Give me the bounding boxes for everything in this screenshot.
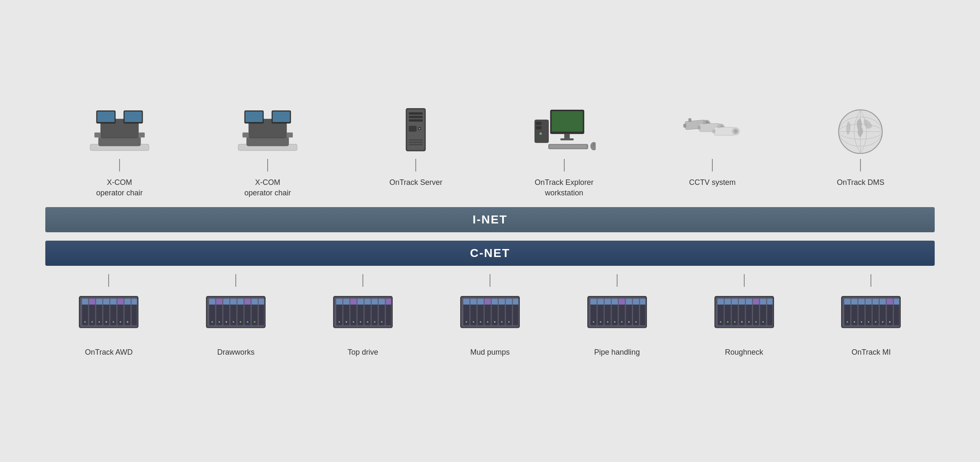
svg-rect-227 bbox=[887, 298, 893, 304]
diagram-container: X-COMoperator chair bbox=[29, 83, 951, 379]
cnet-label: C-NET bbox=[470, 247, 510, 260]
explorer-icon bbox=[531, 104, 598, 159]
svg-rect-73 bbox=[110, 298, 117, 304]
topdrive-label: Top drive bbox=[348, 347, 378, 358]
explorer-label: OnTrack Explorerworkstation bbox=[534, 177, 593, 198]
cnet-item-drawworks: Drawworks bbox=[174, 274, 298, 358]
svg-point-233 bbox=[868, 321, 870, 322]
svg-rect-154 bbox=[513, 298, 518, 304]
svg-rect-20 bbox=[409, 112, 423, 115]
svg-point-155 bbox=[466, 321, 467, 322]
svg-point-211 bbox=[762, 321, 764, 322]
cnet-item-topdrive: Top drive bbox=[301, 274, 425, 358]
cnet-item-mudpumps: Mud pumps bbox=[428, 274, 553, 358]
svg-rect-175 bbox=[626, 298, 632, 304]
svg-point-132 bbox=[353, 321, 354, 322]
svg-rect-142 bbox=[470, 298, 477, 304]
svg-point-53 bbox=[733, 129, 738, 134]
pipehandling-connector bbox=[617, 274, 618, 287]
svg-rect-23 bbox=[409, 126, 417, 132]
svg-point-184 bbox=[621, 321, 623, 322]
svg-point-180 bbox=[593, 321, 594, 322]
svg-rect-55 bbox=[718, 125, 721, 128]
svg-rect-119 bbox=[350, 298, 357, 304]
svg-rect-129 bbox=[386, 298, 391, 304]
svg-point-181 bbox=[600, 321, 602, 322]
pipehandling-icon bbox=[584, 287, 651, 341]
cctv-icon bbox=[679, 104, 746, 159]
svg-point-156 bbox=[473, 321, 474, 322]
svg-rect-31 bbox=[564, 134, 570, 138]
svg-rect-148 bbox=[492, 298, 498, 304]
svg-rect-192 bbox=[725, 298, 731, 304]
svg-rect-229 bbox=[894, 298, 899, 304]
svg-rect-26 bbox=[409, 140, 423, 141]
svg-point-39 bbox=[590, 143, 595, 151]
svg-point-110 bbox=[247, 321, 249, 322]
svg-rect-49 bbox=[698, 126, 701, 130]
svg-rect-22 bbox=[409, 119, 423, 122]
svg-rect-102 bbox=[252, 298, 258, 304]
svg-point-136 bbox=[381, 321, 383, 322]
svg-rect-127 bbox=[379, 298, 385, 304]
svg-rect-190 bbox=[717, 298, 724, 304]
svg-rect-150 bbox=[499, 298, 505, 304]
svg-rect-16 bbox=[242, 132, 249, 138]
svg-point-108 bbox=[233, 321, 235, 322]
svg-rect-167 bbox=[597, 298, 604, 304]
svg-rect-225 bbox=[880, 298, 886, 304]
svg-rect-171 bbox=[612, 298, 618, 304]
svg-rect-117 bbox=[343, 298, 349, 304]
svg-point-236 bbox=[889, 321, 891, 322]
svg-rect-125 bbox=[372, 298, 378, 304]
inet-item-explorer: OnTrack Explorerworkstation bbox=[502, 104, 626, 198]
svg-rect-32 bbox=[560, 138, 573, 140]
dms-icon bbox=[827, 104, 894, 159]
svg-point-109 bbox=[240, 321, 242, 322]
svg-point-80 bbox=[84, 321, 86, 322]
cctv-label: CCTV system bbox=[689, 177, 735, 188]
xcom1-connector bbox=[119, 159, 120, 171]
svg-rect-173 bbox=[619, 298, 625, 304]
svg-rect-223 bbox=[873, 298, 879, 304]
awd-icon bbox=[75, 287, 142, 341]
pipehandling-label: Pipe handling bbox=[594, 347, 640, 358]
dms-label: OnTrack DMS bbox=[837, 177, 884, 188]
server-connector bbox=[415, 159, 416, 171]
svg-rect-28 bbox=[409, 144, 423, 145]
svg-rect-4 bbox=[97, 112, 115, 122]
svg-rect-196 bbox=[739, 298, 745, 304]
svg-point-25 bbox=[419, 128, 421, 130]
xcom1-icon bbox=[86, 104, 153, 159]
svg-rect-198 bbox=[745, 298, 752, 304]
cnet-item-roughneck: Roughneck bbox=[682, 274, 806, 358]
svg-point-158 bbox=[487, 321, 488, 322]
svg-point-83 bbox=[106, 321, 107, 322]
inet-item-xcom2: X-COMoperator chair bbox=[206, 104, 330, 198]
xcom1-label: X-COMoperator chair bbox=[96, 177, 143, 198]
svg-point-234 bbox=[875, 321, 877, 322]
drawworks-connector bbox=[235, 274, 236, 287]
svg-point-183 bbox=[614, 321, 615, 322]
svg-rect-202 bbox=[760, 298, 766, 304]
svg-point-111 bbox=[254, 321, 255, 322]
svg-rect-92 bbox=[216, 298, 222, 304]
svg-point-161 bbox=[508, 321, 510, 322]
svg-point-131 bbox=[346, 321, 347, 322]
svg-point-235 bbox=[882, 321, 884, 322]
mi-label: OnTrack MI bbox=[852, 347, 891, 358]
inet-item-dms: OnTrack DMS bbox=[798, 104, 923, 188]
cnet-items-row: OnTrack AWD bbox=[45, 266, 935, 366]
svg-rect-8 bbox=[138, 132, 145, 138]
svg-rect-44 bbox=[683, 124, 686, 127]
svg-rect-30 bbox=[552, 111, 583, 132]
inet-items-row: X-COMoperator chair bbox=[45, 96, 935, 207]
server-label: OnTrack Server bbox=[389, 177, 442, 188]
svg-rect-200 bbox=[753, 298, 759, 304]
svg-point-82 bbox=[99, 321, 100, 322]
svg-rect-69 bbox=[96, 298, 102, 304]
svg-rect-94 bbox=[223, 298, 229, 304]
svg-point-206 bbox=[727, 321, 728, 322]
xcom2-label: X-COMoperator chair bbox=[244, 177, 291, 198]
inet-label: I-NET bbox=[472, 213, 507, 226]
